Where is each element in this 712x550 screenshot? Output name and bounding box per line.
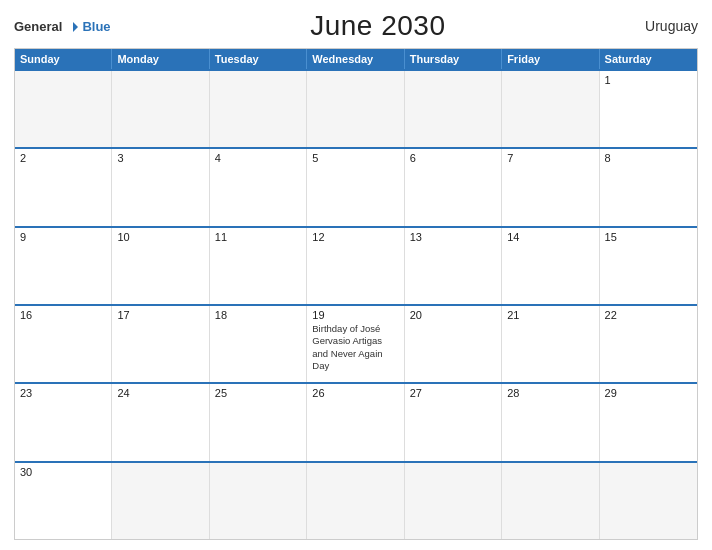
header-friday: Friday bbox=[502, 49, 599, 69]
cell-empty bbox=[307, 71, 404, 147]
cell-17: 17 bbox=[112, 306, 209, 382]
cell-27: 27 bbox=[405, 384, 502, 460]
cell-10: 10 bbox=[112, 228, 209, 304]
cell-11: 11 bbox=[210, 228, 307, 304]
cell-empty bbox=[112, 463, 209, 539]
cell-25: 25 bbox=[210, 384, 307, 460]
cell-14: 14 bbox=[502, 228, 599, 304]
svg-marker-0 bbox=[73, 22, 78, 32]
country-label: Uruguay bbox=[645, 18, 698, 34]
cell-19: 19 Birthday of José Gervasio Artigas and… bbox=[307, 306, 404, 382]
cell-29: 29 bbox=[600, 384, 697, 460]
header-thursday: Thursday bbox=[405, 49, 502, 69]
cell-empty bbox=[307, 463, 404, 539]
logo-general-text: General bbox=[14, 19, 62, 34]
cell-4: 4 bbox=[210, 149, 307, 225]
header-tuesday: Tuesday bbox=[210, 49, 307, 69]
header-sunday: Sunday bbox=[15, 49, 112, 69]
day-number: 1 bbox=[605, 74, 692, 86]
cell-23: 23 bbox=[15, 384, 112, 460]
cell-empty bbox=[502, 71, 599, 147]
header-wednesday: Wednesday bbox=[307, 49, 404, 69]
event-artigas: Birthday of José Gervasio Artigas and Ne… bbox=[312, 323, 398, 372]
cell-20: 20 bbox=[405, 306, 502, 382]
cell-18: 18 bbox=[210, 306, 307, 382]
cell-empty bbox=[502, 463, 599, 539]
cell-empty bbox=[15, 71, 112, 147]
logo-blue-text: Blue bbox=[82, 19, 110, 34]
cell-empty bbox=[600, 463, 697, 539]
header-monday: Monday bbox=[112, 49, 209, 69]
logo-flag-icon bbox=[64, 20, 82, 33]
cell-5: 5 bbox=[307, 149, 404, 225]
cell-24: 24 bbox=[112, 384, 209, 460]
page-header: General Blue June 2030 Uruguay bbox=[14, 10, 698, 42]
cell-9: 9 bbox=[15, 228, 112, 304]
cell-3: 3 bbox=[112, 149, 209, 225]
logo: General Blue bbox=[14, 19, 111, 34]
header-saturday: Saturday bbox=[600, 49, 697, 69]
calendar-page: General Blue June 2030 Uruguay Sunday Mo… bbox=[0, 0, 712, 550]
cell-empty bbox=[112, 71, 209, 147]
cell-26: 26 bbox=[307, 384, 404, 460]
cell-28: 28 bbox=[502, 384, 599, 460]
week-5: 23 24 25 26 27 28 29 bbox=[15, 382, 697, 460]
cell-2: 2 bbox=[15, 149, 112, 225]
month-title: June 2030 bbox=[310, 10, 445, 42]
week-4: 16 17 18 19 Birthday of José Gervasio Ar… bbox=[15, 304, 697, 382]
cell-22: 22 bbox=[600, 306, 697, 382]
cell-6: 6 bbox=[405, 149, 502, 225]
calendar-header: Sunday Monday Tuesday Wednesday Thursday… bbox=[15, 49, 697, 69]
cell-7: 7 bbox=[502, 149, 599, 225]
cell-empty bbox=[210, 463, 307, 539]
cell-empty bbox=[405, 71, 502, 147]
week-1: 1 bbox=[15, 69, 697, 147]
week-2: 2 3 4 5 6 7 8 bbox=[15, 147, 697, 225]
cell-15: 15 bbox=[600, 228, 697, 304]
cell-8: 8 bbox=[600, 149, 697, 225]
cell-13: 13 bbox=[405, 228, 502, 304]
calendar-body: 1 2 3 4 5 6 7 8 9 10 11 12 13 14 15 bbox=[15, 69, 697, 539]
cell-empty bbox=[405, 463, 502, 539]
calendar: Sunday Monday Tuesday Wednesday Thursday… bbox=[14, 48, 698, 540]
week-6: 30 bbox=[15, 461, 697, 539]
cell-21: 21 bbox=[502, 306, 599, 382]
cell-30: 30 bbox=[15, 463, 112, 539]
cell-empty bbox=[210, 71, 307, 147]
cell-1: 1 bbox=[600, 71, 697, 147]
cell-12: 12 bbox=[307, 228, 404, 304]
week-3: 9 10 11 12 13 14 15 bbox=[15, 226, 697, 304]
cell-16: 16 bbox=[15, 306, 112, 382]
